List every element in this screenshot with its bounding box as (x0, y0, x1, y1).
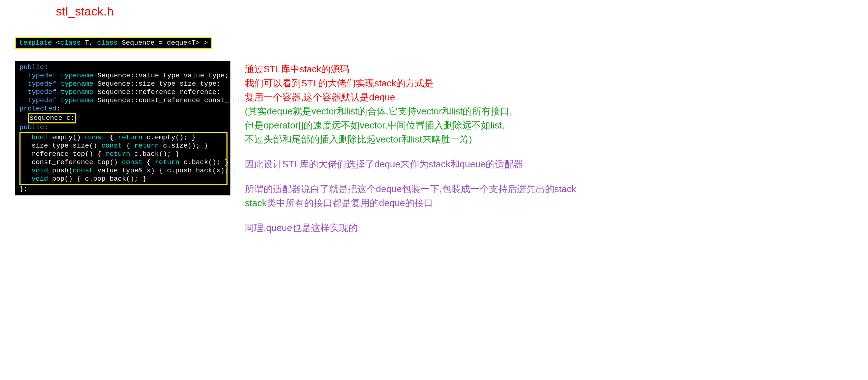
code-text: c.back(); } (130, 150, 179, 158)
code-text: Sequence::reference reference; (93, 88, 220, 96)
highlight-methods-block: bool empty() const { return c.empty(); }… (19, 132, 228, 185)
code-text: reference top() { (23, 150, 105, 158)
kw-public: public (19, 123, 44, 131)
kw-void: void (32, 167, 48, 175)
code-text: value_type& x) { c.push_back(x); } (93, 167, 237, 175)
code-text: empty() (48, 134, 85, 141)
kw-typedef: typedef (28, 88, 57, 96)
code-class-body: public: typedef typename Sequence::value… (15, 61, 230, 195)
note-line: 不过头部和尾部的插入删除比起vector和list来略胜一筹) (245, 132, 576, 146)
code-text: { (143, 158, 155, 166)
note-line: 复用一个容器,这个容器默认是deque (245, 90, 576, 104)
kw-const: const (102, 142, 122, 150)
note-word-stack: stack (245, 198, 267, 208)
code-text: pop() { c.pop_back(); } (48, 175, 147, 183)
note-line: (其实deque就是vector和list的合体,它支持vector和list的… (245, 104, 576, 118)
kw-const: const (73, 167, 93, 175)
kw-class: class (97, 39, 118, 47)
kw-protected: protected (19, 105, 57, 113)
kw-typename: typename (60, 96, 93, 104)
code-text: const_reference top() (23, 158, 122, 166)
note-line: 通过STL库中stack的源码 (245, 62, 576, 76)
code-text: c.size(); } (159, 142, 208, 150)
kw-typedef: typedef (28, 96, 57, 104)
page-title: stl_stack.h (56, 4, 114, 18)
code-text: c.back(); } (179, 158, 229, 166)
colon: : (57, 105, 60, 113)
code-text: Sequence::const_reference const_referenc… (93, 96, 270, 104)
spacer (245, 171, 576, 182)
code-text: Sequence = deque<T> > (118, 39, 208, 47)
kw-const: const (85, 134, 105, 141)
kw-return: return (118, 134, 142, 141)
spacer (245, 210, 576, 221)
kw-typename: typename (60, 72, 93, 80)
code-text: { (122, 142, 134, 150)
code-text: }; (19, 185, 28, 193)
colon: : (44, 63, 48, 71)
code-text: < (52, 39, 60, 47)
annotation-notes: 通过STL库中stack的源码 我们可以看到STL的大佬们实现stack的方式是… (245, 62, 576, 235)
kw-return: return (105, 150, 130, 158)
note-line: stack类中所有的接口都是复用的deque的接口 (245, 196, 576, 210)
kw-typedef: typedef (28, 80, 57, 88)
note-line: 因此设计STL库的大佬们选择了deque来作为stack和queue的适配器 (245, 157, 576, 171)
code-text: Sequence::size_type size_type; (93, 80, 220, 88)
note-line: 所谓的适配器说白了就是把这个deque包装一下,包装成一个支持后进先出的stac… (245, 182, 576, 196)
colon: : (44, 123, 48, 131)
kw-bool: bool (32, 134, 48, 141)
kw-public: public (19, 63, 44, 71)
code-text: T, (81, 39, 97, 47)
code-text: { (105, 134, 118, 141)
kw-return: return (134, 142, 159, 150)
kw-const: const (122, 158, 143, 166)
code-text: size_type size() (23, 142, 102, 150)
kw-typename: typename (60, 80, 93, 88)
kw-void: void (32, 175, 48, 183)
kw-template: template (19, 39, 52, 47)
note-line: 同理,queue也是这样实现的 (245, 221, 576, 235)
code-text: Sequence c; (30, 114, 75, 122)
code-text: push( (48, 167, 72, 175)
kw-class: class (60, 39, 81, 47)
note-line: 我们可以看到STL的大佬们实现stack的方式是 (245, 76, 576, 90)
code-text: Sequence::value_type value_type; (93, 72, 229, 80)
code-template-line: template <class T, class Sequence = dequ… (15, 37, 212, 49)
note-line: 但是operator[]的速度远不如vector,中间位置插入删除远不如list… (245, 118, 576, 132)
spacer (245, 146, 576, 157)
note-text: 类中所有的接口都是复用的deque的接口 (267, 198, 433, 208)
code-text: c.empty(); } (143, 134, 196, 141)
kw-typename: typename (60, 88, 93, 96)
highlight-sequence-c: Sequence c; (28, 113, 76, 123)
kw-typedef: typedef (28, 72, 57, 80)
kw-return: return (155, 158, 179, 166)
